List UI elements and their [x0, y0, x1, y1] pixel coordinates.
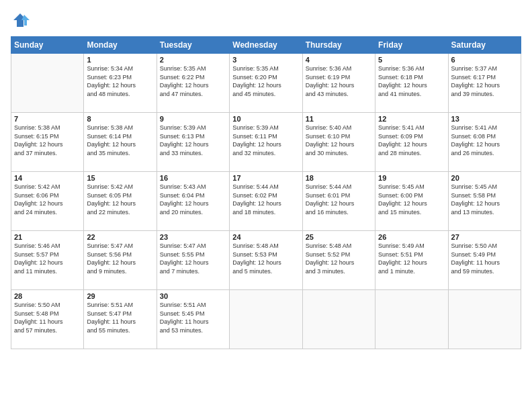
calendar-header-tuesday: Tuesday: [157, 37, 229, 54]
calendar-cell: 16Sunrise: 5:43 AM Sunset: 6:04 PM Dayli…: [157, 172, 229, 231]
day-number: 15: [87, 174, 153, 182]
calendar-cell: 6Sunrise: 5:37 AM Sunset: 6:17 PM Daylig…: [448, 54, 521, 113]
day-number: 21: [14, 233, 81, 241]
calendar-header-saturday: Saturday: [448, 37, 521, 54]
day-number: 12: [378, 115, 445, 123]
day-info: Sunrise: 5:49 AM Sunset: 5:51 PM Dayligh…: [378, 242, 445, 275]
calendar-cell: 1Sunrise: 5:34 AM Sunset: 6:23 PM Daylig…: [84, 54, 157, 113]
calendar-cell: 19Sunrise: 5:45 AM Sunset: 6:00 PM Dayli…: [375, 172, 448, 231]
calendar-cell: [11, 54, 84, 113]
calendar-header-row: SundayMondayTuesdayWednesdayThursdayFrid…: [11, 37, 521, 54]
day-info: Sunrise: 5:36 AM Sunset: 6:19 PM Dayligh…: [306, 64, 372, 98]
day-info: Sunrise: 5:47 AM Sunset: 5:55 PM Dayligh…: [160, 242, 226, 275]
calendar-week-row: 1Sunrise: 5:34 AM Sunset: 6:23 PM Daylig…: [11, 54, 521, 113]
calendar-cell: [230, 290, 302, 349]
day-number: 6: [451, 56, 518, 64]
calendar-cell: 21Sunrise: 5:46 AM Sunset: 5:57 PM Dayli…: [11, 231, 84, 290]
calendar-cell: 30Sunrise: 5:51 AM Sunset: 5:45 PM Dayli…: [157, 290, 229, 349]
calendar-cell: 28Sunrise: 5:50 AM Sunset: 5:48 PM Dayli…: [11, 290, 84, 349]
day-number: 28: [14, 292, 81, 300]
day-number: 7: [14, 115, 81, 123]
logo: [11, 11, 31, 30]
calendar-cell: 29Sunrise: 5:51 AM Sunset: 5:47 PM Dayli…: [84, 290, 157, 349]
day-number: 8: [87, 115, 153, 123]
calendar-header-monday: Monday: [84, 37, 157, 54]
day-number: 24: [232, 233, 299, 241]
calendar-cell: [448, 290, 521, 349]
calendar-cell: 10Sunrise: 5:39 AM Sunset: 6:11 PM Dayli…: [230, 113, 302, 172]
day-number: 14: [14, 174, 81, 182]
calendar-cell: 17Sunrise: 5:44 AM Sunset: 6:02 PM Dayli…: [230, 172, 302, 231]
calendar-cell: [302, 290, 375, 349]
day-info: Sunrise: 5:42 AM Sunset: 6:06 PM Dayligh…: [14, 183, 81, 216]
day-number: 20: [451, 174, 518, 182]
day-info: Sunrise: 5:35 AM Sunset: 6:20 PM Dayligh…: [232, 64, 299, 98]
day-number: 26: [378, 233, 445, 241]
calendar-cell: 7Sunrise: 5:38 AM Sunset: 6:15 PM Daylig…: [11, 113, 84, 172]
day-number: 18: [306, 174, 372, 182]
calendar-cell: 9Sunrise: 5:39 AM Sunset: 6:13 PM Daylig…: [157, 113, 229, 172]
day-info: Sunrise: 5:45 AM Sunset: 6:00 PM Dayligh…: [378, 183, 445, 216]
day-info: Sunrise: 5:38 AM Sunset: 6:14 PM Dayligh…: [87, 124, 153, 157]
day-info: Sunrise: 5:43 AM Sunset: 6:04 PM Dayligh…: [160, 183, 226, 216]
day-info: Sunrise: 5:40 AM Sunset: 6:10 PM Dayligh…: [306, 124, 372, 157]
page-container: SundayMondayTuesdayWednesdayThursdayFrid…: [0, 0, 532, 411]
logo-icon: [11, 11, 30, 30]
day-info: Sunrise: 5:35 AM Sunset: 6:22 PM Dayligh…: [160, 64, 226, 98]
calendar-week-row: 14Sunrise: 5:42 AM Sunset: 6:06 PM Dayli…: [11, 172, 521, 231]
calendar-week-row: 7Sunrise: 5:38 AM Sunset: 6:15 PM Daylig…: [11, 113, 521, 172]
calendar-header-friday: Friday: [375, 37, 448, 54]
day-number: 23: [160, 233, 226, 241]
day-number: 2: [160, 56, 226, 64]
calendar-header-thursday: Thursday: [302, 37, 375, 54]
calendar-cell: 25Sunrise: 5:48 AM Sunset: 5:52 PM Dayli…: [302, 231, 375, 290]
day-info: Sunrise: 5:41 AM Sunset: 6:08 PM Dayligh…: [451, 124, 518, 157]
day-info: Sunrise: 5:47 AM Sunset: 5:56 PM Dayligh…: [87, 242, 153, 275]
day-info: Sunrise: 5:51 AM Sunset: 5:47 PM Dayligh…: [87, 301, 153, 334]
calendar-cell: 24Sunrise: 5:48 AM Sunset: 5:53 PM Dayli…: [230, 231, 302, 290]
day-info: Sunrise: 5:48 AM Sunset: 5:53 PM Dayligh…: [232, 242, 299, 275]
day-info: Sunrise: 5:50 AM Sunset: 5:49 PM Dayligh…: [451, 242, 518, 275]
day-number: 4: [306, 56, 372, 64]
day-number: 1: [87, 56, 153, 64]
day-info: Sunrise: 5:44 AM Sunset: 6:01 PM Dayligh…: [306, 183, 372, 216]
day-number: 5: [378, 56, 445, 64]
calendar-cell: 5Sunrise: 5:36 AM Sunset: 6:18 PM Daylig…: [375, 54, 448, 113]
calendar-cell: 11Sunrise: 5:40 AM Sunset: 6:10 PM Dayli…: [302, 113, 375, 172]
day-number: 9: [160, 115, 226, 123]
calendar-cell: 8Sunrise: 5:38 AM Sunset: 6:14 PM Daylig…: [84, 113, 157, 172]
calendar-cell: 26Sunrise: 5:49 AM Sunset: 5:51 PM Dayli…: [375, 231, 448, 290]
day-number: 17: [232, 174, 299, 182]
calendar-cell: 14Sunrise: 5:42 AM Sunset: 6:06 PM Dayli…: [11, 172, 84, 231]
day-info: Sunrise: 5:46 AM Sunset: 5:57 PM Dayligh…: [14, 242, 81, 275]
day-info: Sunrise: 5:37 AM Sunset: 6:17 PM Dayligh…: [451, 64, 518, 98]
day-info: Sunrise: 5:42 AM Sunset: 6:05 PM Dayligh…: [87, 183, 153, 216]
calendar-cell: 13Sunrise: 5:41 AM Sunset: 6:08 PM Dayli…: [448, 113, 521, 172]
day-info: Sunrise: 5:51 AM Sunset: 5:45 PM Dayligh…: [160, 301, 226, 334]
calendar-cell: 2Sunrise: 5:35 AM Sunset: 6:22 PM Daylig…: [157, 54, 229, 113]
day-info: Sunrise: 5:36 AM Sunset: 6:18 PM Dayligh…: [378, 64, 445, 98]
header: [11, 11, 521, 30]
calendar-cell: [375, 290, 448, 349]
calendar-cell: 20Sunrise: 5:45 AM Sunset: 5:58 PM Dayli…: [448, 172, 521, 231]
day-info: Sunrise: 5:45 AM Sunset: 5:58 PM Dayligh…: [451, 183, 518, 216]
calendar-cell: 3Sunrise: 5:35 AM Sunset: 6:20 PM Daylig…: [230, 54, 302, 113]
day-number: 13: [451, 115, 518, 123]
day-info: Sunrise: 5:39 AM Sunset: 6:13 PM Dayligh…: [160, 124, 226, 157]
calendar-week-row: 28Sunrise: 5:50 AM Sunset: 5:48 PM Dayli…: [11, 290, 521, 349]
day-info: Sunrise: 5:39 AM Sunset: 6:11 PM Dayligh…: [232, 124, 299, 157]
day-number: 11: [306, 115, 372, 123]
calendar-cell: 15Sunrise: 5:42 AM Sunset: 6:05 PM Dayli…: [84, 172, 157, 231]
day-number: 25: [306, 233, 372, 241]
calendar-cell: 27Sunrise: 5:50 AM Sunset: 5:49 PM Dayli…: [448, 231, 521, 290]
calendar-header-sunday: Sunday: [11, 37, 84, 54]
day-number: 30: [160, 292, 226, 300]
calendar-cell: 22Sunrise: 5:47 AM Sunset: 5:56 PM Dayli…: [84, 231, 157, 290]
day-info: Sunrise: 5:50 AM Sunset: 5:48 PM Dayligh…: [14, 301, 81, 334]
calendar-header-wednesday: Wednesday: [230, 37, 302, 54]
day-number: 3: [232, 56, 299, 64]
calendar-cell: 18Sunrise: 5:44 AM Sunset: 6:01 PM Dayli…: [302, 172, 375, 231]
day-info: Sunrise: 5:34 AM Sunset: 6:23 PM Dayligh…: [87, 64, 153, 98]
day-info: Sunrise: 5:41 AM Sunset: 6:09 PM Dayligh…: [378, 124, 445, 157]
calendar-cell: 12Sunrise: 5:41 AM Sunset: 6:09 PM Dayli…: [375, 113, 448, 172]
